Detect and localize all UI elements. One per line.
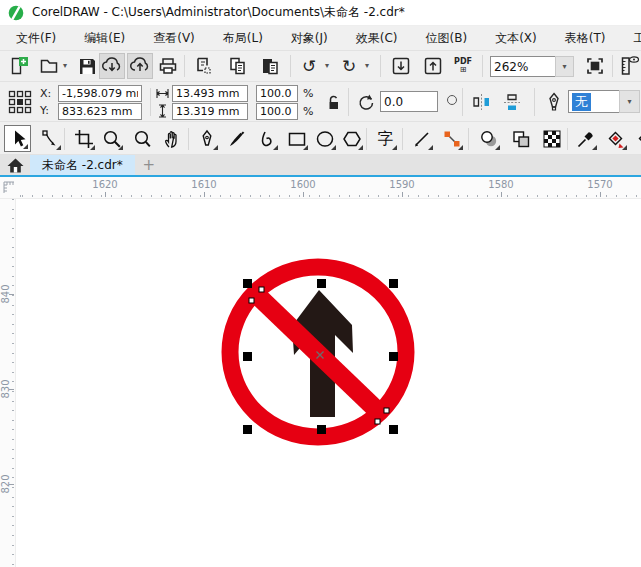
zoom-level-input[interactable]: [490, 56, 556, 77]
toolbox-separator: [188, 128, 189, 150]
hruler-label: 1570: [583, 179, 617, 190]
menu-layout[interactable]: 布局(L): [209, 27, 277, 50]
menu-text[interactable]: 文本(X): [481, 27, 551, 50]
redo-dropdown-arrow[interactable]: ▾: [362, 61, 372, 70]
ruler-origin-icon[interactable]: [3, 181, 15, 194]
copy-button[interactable]: [225, 53, 251, 79]
node: [249, 298, 254, 303]
degree-icon: [447, 95, 457, 105]
save-to-cloud-button[interactable]: [127, 53, 153, 79]
open-from-cloud-button[interactable]: [99, 53, 125, 79]
transparency-tool[interactable]: [507, 125, 534, 152]
smart-fill-tool[interactable]: [602, 125, 629, 152]
plus-icon: +: [142, 156, 155, 174]
horizontal-ruler[interactable]: 1620 1610 1600 1590 1580 1570: [0, 177, 641, 199]
y-position-field[interactable]: [58, 103, 142, 120]
drop-shadow-tool[interactable]: [475, 125, 502, 152]
menu-tools[interactable]: 工具(O): [619, 27, 641, 50]
shape-tool[interactable]: [36, 125, 63, 152]
undo-dropdown-arrow[interactable]: ▾: [322, 61, 332, 70]
undo-button[interactable]: ↺: [296, 53, 322, 79]
vertical-ruler[interactable]: 840 830 820: [0, 199, 16, 567]
new-document-button[interactable]: [6, 53, 32, 79]
pen-tool[interactable]: [193, 125, 220, 152]
menu-view[interactable]: 查看(V): [139, 27, 209, 50]
title-bar: CorelDRAW - C:\Users\Administrator\Docum…: [0, 0, 641, 26]
crop-tool[interactable]: [70, 125, 97, 152]
pick-tool[interactable]: [4, 125, 31, 152]
toolbar-separator: [482, 55, 483, 77]
publish-pdf-button[interactable]: PDF ⊞: [450, 53, 476, 79]
object-height-field[interactable]: [172, 103, 248, 120]
rotation-angle-field[interactable]: [380, 91, 438, 112]
cloud-upload-icon: [129, 55, 151, 77]
artistic-media-tool[interactable]: [223, 125, 250, 152]
export-button[interactable]: [420, 53, 446, 79]
import-button[interactable]: [388, 53, 414, 79]
handle-bottom-left: [243, 425, 252, 434]
save-button[interactable]: [74, 53, 100, 79]
menu-table[interactable]: 表格(T): [551, 27, 620, 50]
hruler-label: 1600: [286, 179, 320, 190]
rectangle-tool[interactable]: [283, 125, 310, 152]
outline-width-select[interactable]: 无: [568, 90, 620, 113]
menu-object[interactable]: 对象(J): [277, 27, 342, 50]
redo-button[interactable]: ↻: [336, 53, 362, 79]
checkerboard-icon: [543, 130, 561, 148]
pdf-icon-box: ⊞: [460, 66, 467, 74]
new-tab-button[interactable]: +: [135, 155, 163, 175]
pattern-fill-tool[interactable]: [538, 125, 565, 152]
handle-bottom-center: [317, 425, 326, 434]
zoom-tool-2[interactable]: [128, 125, 155, 152]
handle-mid-right: [389, 352, 398, 361]
pan-tool[interactable]: [158, 125, 185, 152]
zoom-level-dropdown-arrow[interactable]: ▾: [555, 56, 574, 77]
mirror-horizontal-button[interactable]: [472, 93, 491, 111]
propbar-separator: [462, 88, 463, 116]
welcome-home-button[interactable]: [0, 155, 30, 175]
full-screen-preview-icon: [585, 56, 605, 76]
propbar-separator: [348, 88, 349, 116]
print-button[interactable]: [155, 53, 181, 79]
color-eyedropper-tool[interactable]: [572, 125, 599, 152]
scale-width-field[interactable]: [256, 85, 298, 102]
magnifier-icon: [132, 129, 152, 149]
open-dropdown-arrow[interactable]: ▾: [60, 61, 70, 70]
document-tab-bar: 未命名 -2.cdr* +: [0, 155, 641, 177]
text-tool[interactable]: 字: [372, 125, 399, 152]
outline-width-dropdown-arrow[interactable]: ▾: [619, 90, 640, 113]
cut-button[interactable]: [191, 53, 217, 79]
menu-bitmaps[interactable]: 位图(B): [412, 27, 482, 50]
node: [384, 408, 389, 413]
open-button[interactable]: [36, 53, 62, 79]
menu-file[interactable]: 文件(F): [2, 27, 70, 50]
hruler-ticks: [15, 195, 641, 197]
drawing-canvas[interactable]: 840 830 820: [0, 199, 641, 567]
connector-tool[interactable]: [438, 125, 465, 152]
full-screen-preview-button[interactable]: [582, 53, 608, 79]
paste-button[interactable]: [257, 53, 283, 79]
straight-line-tool[interactable]: [408, 125, 435, 152]
zoom-tool[interactable]: [98, 125, 125, 152]
mirror-vertical-button[interactable]: [503, 93, 521, 112]
toolbar-separator: [612, 55, 613, 77]
scale-height-field[interactable]: [256, 103, 298, 120]
ellipse-tool[interactable]: [311, 125, 338, 152]
interactive-fill-tool[interactable]: [632, 125, 641, 152]
b-spline-tool[interactable]: [253, 125, 280, 152]
tab-document[interactable]: 未命名 -2.cdr*: [30, 155, 135, 175]
node: [375, 419, 380, 424]
x-position-field[interactable]: [58, 85, 142, 102]
no-straight-ahead-sign[interactable]: [230, 267, 406, 437]
mirror-horizontal-icon: [472, 93, 491, 111]
lock-ratio-button[interactable]: [325, 93, 343, 111]
menu-effects[interactable]: 效果(C): [342, 27, 412, 50]
polygon-tool[interactable]: [338, 125, 365, 152]
handle-bottom-right: [389, 425, 398, 434]
toolbox-separator: [64, 128, 65, 150]
show-rulers-button[interactable]: [617, 53, 641, 79]
object-width-field[interactable]: [172, 85, 248, 102]
handle-top-right: [389, 279, 398, 288]
menu-edit[interactable]: 编辑(E): [70, 27, 139, 50]
copy-icon: [228, 56, 248, 76]
